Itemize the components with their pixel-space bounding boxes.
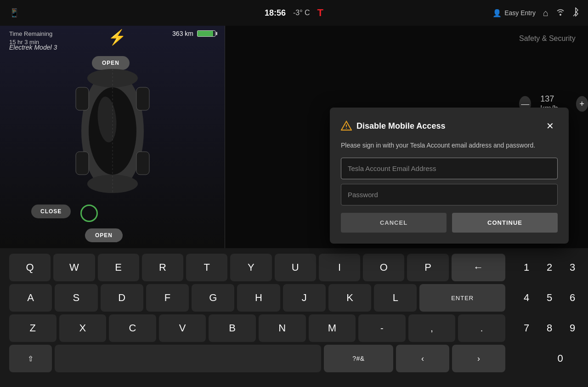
- numpad-row-2: 4 5 6: [516, 284, 582, 312]
- key-h[interactable]: H: [237, 284, 280, 312]
- modal-dialog: Disable Mobile Access ✕ Please sign in w…: [330, 108, 569, 244]
- key-backspace[interactable]: ←: [452, 254, 505, 281]
- temperature-display: -3° C: [293, 9, 310, 17]
- key-u[interactable]: U: [275, 254, 316, 281]
- key-space[interactable]: [55, 345, 321, 372]
- battery-fill: [198, 31, 213, 36]
- top-bar-right: 👤 Easy Entry ⌂: [492, 7, 579, 18]
- cancel-btn[interactable]: CANCEL: [341, 213, 447, 233]
- numpad-key-3[interactable]: 3: [562, 254, 582, 281]
- key-c[interactable]: C: [109, 314, 156, 342]
- numpad-key-7[interactable]: 7: [516, 314, 537, 342]
- easy-entry-button[interactable]: 👤 Easy Entry: [492, 9, 536, 17]
- top-bar: 📱 18:56 -3° C T 👤 Easy Entry ⌂: [0, 0, 588, 26]
- modal-description: Please sign in with your Tesla Account e…: [341, 141, 558, 150]
- btn-open-bottom[interactable]: OPEN: [85, 228, 123, 242]
- person-icon: 👤: [492, 9, 502, 17]
- key-n[interactable]: N: [259, 314, 306, 342]
- numpad-key-5[interactable]: 5: [539, 284, 560, 312]
- key-w[interactable]: W: [53, 254, 95, 281]
- svg-rect-6: [136, 87, 149, 110]
- battery-indicator: [197, 30, 215, 37]
- time-display: 18:56: [265, 8, 286, 18]
- easy-entry-label: Easy Entry: [504, 9, 536, 17]
- key-v[interactable]: V: [159, 314, 206, 342]
- key-arrow-right[interactable]: ›: [452, 345, 505, 372]
- keyboard-row-4: ⇧ ?#& ‹ ›: [9, 345, 505, 372]
- tesla-logo: T: [317, 7, 323, 19]
- key-j[interactable]: J: [283, 284, 326, 312]
- numpad-row-3: 7 8 9: [516, 314, 582, 342]
- keyboard-main: Q W E R T Y U I O P ← A S D F G H J K L …: [0, 248, 514, 387]
- numpad-row-1: 1 2 3: [516, 254, 582, 281]
- top-bar-center: 18:56 -3° C T: [265, 7, 323, 19]
- safety-security-title: Safety & Security: [519, 34, 576, 43]
- left-panel: ⚡ 363 km Time Remaining 15 hr 3 min Elec…: [0, 0, 225, 248]
- numpad-key-1[interactable]: 1: [516, 254, 537, 281]
- charging-icon: ⚡: [108, 28, 126, 46]
- home-icon[interactable]: ⌂: [543, 8, 548, 18]
- key-s[interactable]: S: [55, 284, 97, 312]
- wifi-icon[interactable]: [556, 8, 565, 17]
- key-d[interactable]: D: [101, 284, 143, 312]
- key-l[interactable]: L: [374, 284, 417, 312]
- car-image: [55, 55, 170, 207]
- keyboard-row-2: A S D F G H J K L ENTER: [9, 284, 505, 312]
- key-m[interactable]: M: [309, 314, 356, 342]
- numpad-row-4: 0: [516, 345, 582, 372]
- key-k[interactable]: K: [328, 284, 371, 312]
- svg-rect-5: [76, 87, 89, 110]
- key-a[interactable]: A: [9, 284, 52, 312]
- key-x[interactable]: X: [59, 314, 107, 342]
- key-period[interactable]: .: [458, 314, 505, 342]
- key-b[interactable]: B: [209, 314, 256, 342]
- range-info: 363 km: [172, 30, 215, 37]
- car-svg: [71, 60, 154, 202]
- numpad: 1 2 3 4 5 6 7 8 9 0: [514, 248, 588, 387]
- key-arrow-left[interactable]: ‹: [396, 345, 449, 372]
- email-input[interactable]: [341, 158, 558, 179]
- modal-close-btn[interactable]: ✕: [543, 119, 558, 133]
- key-g[interactable]: G: [192, 284, 234, 312]
- svg-rect-8: [136, 152, 149, 175]
- key-o[interactable]: O: [363, 254, 404, 281]
- key-i[interactable]: I: [319, 254, 360, 281]
- svg-rect-7: [76, 152, 89, 175]
- key-q[interactable]: Q: [9, 254, 51, 281]
- speed-plus-btn[interactable]: +: [576, 96, 588, 112]
- key-shift[interactable]: ⇧: [9, 345, 52, 372]
- modal-header: Disable Mobile Access ✕: [341, 119, 558, 133]
- key-y[interactable]: Y: [230, 254, 271, 281]
- password-input[interactable]: [341, 184, 558, 205]
- key-dash[interactable]: -: [358, 314, 406, 342]
- numpad-key-6[interactable]: 6: [562, 284, 582, 312]
- keyboard-row-1: Q W E R T Y U I O P ←: [9, 254, 505, 281]
- key-enter[interactable]: ENTER: [419, 284, 505, 312]
- key-f[interactable]: F: [146, 284, 189, 312]
- key-special[interactable]: ?#&: [324, 345, 393, 372]
- key-z[interactable]: Z: [9, 314, 57, 342]
- warning-icon: [341, 120, 352, 131]
- key-r[interactable]: R: [142, 254, 183, 281]
- modal-title-area: Disable Mobile Access: [341, 120, 445, 131]
- continue-btn[interactable]: CONTINUE: [452, 213, 558, 233]
- key-t[interactable]: T: [186, 254, 227, 281]
- key-e[interactable]: E: [98, 254, 139, 281]
- lock-indicator: [80, 205, 98, 222]
- model-name: Electrek Model 3: [9, 44, 57, 51]
- numpad-key-0[interactable]: 0: [550, 345, 571, 372]
- svg-point-10: [346, 128, 347, 129]
- numpad-key-4[interactable]: 4: [516, 284, 537, 312]
- range-value: 363 km: [172, 30, 193, 37]
- top-bar-left: 📱: [9, 8, 19, 18]
- bluetooth-icon[interactable]: [572, 7, 579, 18]
- keyboard-area: Q W E R T Y U I O P ← A S D F G H J K L …: [0, 248, 588, 387]
- numpad-key-9[interactable]: 9: [562, 314, 582, 342]
- modal-title: Disable Mobile Access: [356, 121, 445, 131]
- numpad-key-8[interactable]: 8: [539, 314, 560, 342]
- btn-close[interactable]: CLOSE: [31, 205, 71, 218]
- modal-buttons: CANCEL CONTINUE: [341, 213, 558, 233]
- key-p[interactable]: P: [407, 254, 448, 281]
- key-comma[interactable]: ,: [408, 314, 456, 342]
- numpad-key-2[interactable]: 2: [539, 254, 560, 281]
